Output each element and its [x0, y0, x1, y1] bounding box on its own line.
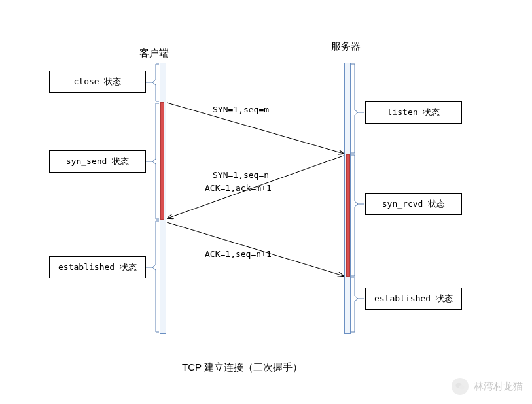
- client-syn-send-span: [160, 102, 164, 220]
- server-state-listen: listen 状态: [365, 101, 462, 124]
- client-state-syn-send: syn_send 状态: [49, 150, 146, 173]
- server-header: 服务器: [331, 41, 361, 53]
- client-state-close: close 状态: [49, 71, 146, 93]
- msg-label-3: ACK=1,seq=n+1: [205, 249, 272, 259]
- msg-label-2b: ACK=1,ack=m+1: [205, 183, 272, 193]
- client-header: 客户端: [139, 47, 169, 59]
- server-state-established: established 状态: [365, 288, 462, 310]
- msg-label-2a: SYN=1,seq=n: [213, 170, 269, 180]
- diagram-caption: TCP 建立连接（三次握手）: [182, 362, 302, 374]
- watermark: 林湾村龙猫: [452, 378, 523, 395]
- client-state-established: established 状态: [49, 256, 146, 278]
- watermark-text: 林湾村龙猫: [474, 380, 523, 393]
- svg-point-10: [459, 385, 465, 390]
- server-state-syn-rcvd: syn_rcvd 状态: [365, 193, 462, 215]
- msg-label-1: SYN=1,seq=m: [213, 105, 269, 114]
- server-syn-rcvd-span: [346, 154, 350, 277]
- wechat-icon: [452, 378, 469, 395]
